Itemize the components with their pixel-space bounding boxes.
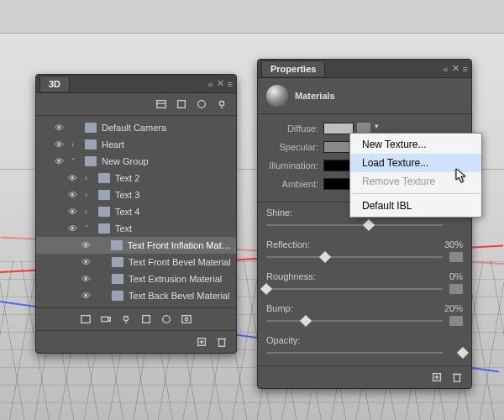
slider-label: Roughness: (266, 271, 316, 281)
visibility-eye-icon[interactable]: 👁 (81, 240, 93, 250)
slider-track[interactable] (266, 283, 463, 295)
disclosure-icon[interactable]: › (85, 174, 93, 182)
svg-point-13 (185, 318, 188, 321)
filter-scene-icon[interactable] (155, 98, 167, 110)
visibility-eye-icon[interactable]: 👁 (81, 257, 93, 267)
panel-close-icon[interactable]: ✕ (452, 63, 459, 74)
slider-value[interactable]: 0% (449, 271, 463, 281)
visibility-eye-icon[interactable]: 👁 (55, 156, 66, 166)
panel-collapse-icon[interactable]: « (443, 64, 448, 74)
visibility-eye-icon[interactable]: 👁 (81, 291, 93, 301)
slider-track[interactable] (266, 315, 463, 327)
tree-item-label: New Group (102, 156, 149, 166)
svg-rect-22 (454, 375, 460, 382)
slider-folder-icon[interactable] (449, 316, 463, 326)
tab-properties[interactable]: Properties (261, 60, 325, 76)
tree-row[interactable]: 👁›Text 3 (36, 186, 236, 203)
slider-label: Reflection: (266, 239, 310, 249)
delete-material-icon[interactable] (451, 371, 463, 383)
panel-collapse-icon[interactable]: « (207, 79, 213, 89)
tree-row[interactable]: 👁Text Extrusion Material (36, 270, 236, 287)
mesh-icon (98, 173, 110, 183)
visibility-eye-icon[interactable]: 👁 (55, 139, 66, 150)
tree-item-label: Heart (102, 139, 124, 150)
disclosure-icon[interactable]: ˅ (71, 157, 80, 165)
tab-3d[interactable]: 3D (39, 76, 70, 92)
slider-folder-icon[interactable] (449, 284, 463, 294)
panel-menu-icon[interactable]: ≡ (463, 64, 468, 74)
group-icon (85, 156, 97, 166)
panel-properties: Properties « ✕ ≡ Materials Diffuse: Spec… (257, 59, 472, 389)
panel-3d-tabbar: 3D « ✕ ≡ (36, 75, 236, 93)
slider-folder-icon[interactable] (449, 252, 463, 262)
new-material-icon[interactable] (431, 371, 443, 383)
visibility-eye-icon[interactable]: 👁 (68, 173, 80, 183)
tree-item-label: Text Extrusion Material (129, 274, 222, 284)
slider-bump: Bump:20% (258, 302, 471, 333)
mesh-icon (85, 139, 97, 150)
footer-material-icon[interactable] (160, 313, 172, 325)
tree-row[interactable]: 👁Default Camera (36, 119, 236, 136)
svg-point-3 (198, 101, 206, 108)
slider-value[interactable]: 30% (444, 239, 463, 249)
tree-row[interactable]: 👁˅New Group (36, 153, 236, 170)
footer-scene-icon[interactable] (80, 313, 92, 325)
footer-render-icon[interactable] (181, 313, 192, 325)
menu-item[interactable]: Default IBL (350, 197, 481, 215)
mesh-icon (98, 207, 110, 217)
tree-row[interactable]: 👁˅Text (36, 220, 236, 237)
panel-close-icon[interactable]: ✕ (217, 78, 224, 89)
slider-track[interactable] (266, 219, 463, 231)
disclosure-icon[interactable]: › (85, 191, 93, 199)
mat-icon (112, 257, 123, 267)
slider-opacity: Opacity: (258, 333, 471, 365)
tree-row[interactable]: 👁Text Front Inflation Mate... (36, 237, 236, 254)
visibility-eye-icon[interactable]: 👁 (68, 223, 80, 234)
tree-item-label: Default Camera (102, 123, 166, 133)
slider-label: Shine: (266, 207, 292, 218)
disclosure-icon[interactable]: › (85, 207, 93, 216)
svg-point-4 (219, 102, 223, 106)
svg-rect-12 (182, 316, 192, 323)
tree-item-label: Text 4 (115, 207, 139, 217)
slider-track[interactable] (266, 251, 463, 263)
tree-row[interactable]: 👁›Text 2 (36, 170, 236, 186)
menu-item[interactable]: New Texture... (350, 135, 481, 154)
svg-rect-0 (157, 101, 166, 108)
footer-camera-icon[interactable] (100, 313, 112, 325)
slider-knob[interactable] (319, 251, 331, 263)
app-option-bar (0, 0, 504, 34)
svg-rect-17 (219, 339, 225, 347)
panel-menu-icon[interactable]: ≡ (228, 79, 233, 89)
visibility-eye-icon[interactable]: 👁 (68, 190, 80, 200)
tree-row[interactable]: 👁Text Front Bevel Material (36, 254, 236, 270)
section-title: Materials (295, 91, 335, 101)
disclosure-icon[interactable]: › (71, 140, 80, 149)
filter-materials-icon[interactable] (196, 98, 207, 110)
disclosure-icon[interactable]: ˅ (85, 224, 93, 233)
footer-light-icon[interactable] (120, 313, 132, 325)
slider-knob[interactable] (363, 219, 375, 231)
slider-knob[interactable] (457, 347, 469, 359)
visibility-eye-icon[interactable]: 👁 (81, 274, 93, 284)
svg-rect-6 (81, 316, 91, 323)
tree-row[interactable]: 👁›Text 4 (36, 203, 236, 220)
tree-item-label: Text (115, 223, 132, 234)
filter-lights-icon[interactable] (216, 98, 228, 110)
tree-row[interactable]: 👁›Heart (36, 136, 236, 153)
slider-knob[interactable] (260, 283, 272, 295)
material-sliders: Shine:Reflection:30%Roughness:0%Bump:20%… (258, 206, 471, 365)
filter-meshes-icon[interactable] (176, 98, 187, 110)
panel-3d-footer (36, 307, 236, 330)
panel-3d-filters (36, 93, 236, 116)
delete-icon[interactable] (216, 336, 228, 348)
slider-track[interactable] (266, 347, 463, 359)
slider-value[interactable]: 20% (444, 303, 463, 313)
tree-row[interactable]: 👁Text Back Bevel Material (36, 287, 236, 304)
slider-label: Bump: (266, 303, 293, 313)
visibility-eye-icon[interactable]: 👁 (55, 123, 66, 133)
new-layer-icon[interactable] (196, 336, 207, 348)
slider-knob[interactable] (300, 315, 312, 327)
visibility-eye-icon[interactable]: 👁 (68, 207, 80, 217)
footer-mesh-icon[interactable] (140, 313, 152, 325)
